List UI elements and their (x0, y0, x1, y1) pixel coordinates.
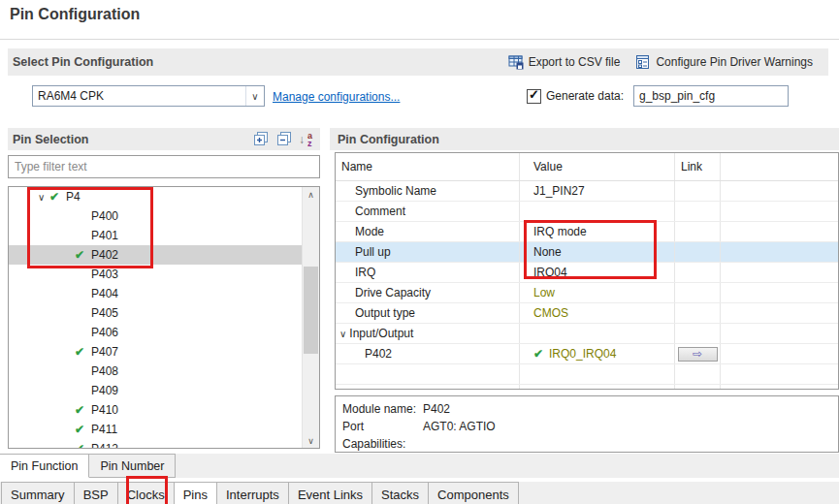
table-row[interactable]: Symbolic Name J1_PIN27 (336, 181, 838, 202)
pin-selection-bar: Pin Selection (8, 128, 320, 150)
tab-summary[interactable]: Summary (1, 482, 75, 504)
generate-data-label: Generate data: (546, 89, 624, 103)
configure-pin-driver-warnings-label: Configure Pin Driver Warnings (656, 55, 813, 69)
tree-item-p408[interactable]: P408 (9, 362, 320, 381)
page-title: Pin Configuration (10, 6, 140, 23)
tree-item-p406[interactable]: P406 (9, 323, 320, 342)
pin-properties-table: Name Value Link Symbolic Name J1_PIN27 C… (335, 152, 839, 390)
pin-configuration-selected-value: RA6M4 CPK (33, 89, 245, 103)
configure-pin-driver-warnings-button[interactable]: Configure Pin Driver Warnings (635, 54, 813, 70)
tree-item-p411[interactable]: P411 (9, 420, 320, 439)
port-capabilities-label: Port Capabilities: (342, 418, 423, 453)
collapse-all-button[interactable] (275, 131, 293, 147)
check-icon (75, 442, 87, 449)
scrollbar-thumb[interactable] (304, 267, 318, 354)
tab-stacks[interactable]: Stacks (371, 482, 429, 504)
tab-pin-function[interactable]: Pin Function (0, 454, 89, 478)
table-header: Name Value Link (336, 153, 838, 181)
check-icon (75, 403, 87, 417)
tab-event-links[interactable]: Event Links (288, 482, 372, 504)
select-pin-configuration-bar: Select Pin Configuration Export to CSV f… (8, 48, 828, 76)
port-capability-value: AGT0: AGTIO (423, 418, 496, 453)
chevron-down-icon[interactable] (38, 192, 49, 203)
scroll-up-icon[interactable] (303, 187, 319, 202)
module-name-label: Module name: (342, 400, 423, 418)
generate-data-group: Generate data: (527, 85, 631, 107)
table-row[interactable]: Drive Capacity Low (336, 283, 838, 303)
table-row-selected[interactable]: Pull up None (336, 242, 838, 263)
column-header-name: Name (336, 153, 520, 180)
link-arrow-button[interactable] (678, 347, 718, 362)
check-icon (75, 248, 87, 262)
tree-item-p410[interactable]: P410 (9, 400, 320, 420)
module-info-panel: Module name: P402 Port Capabilities: AGT… (335, 395, 839, 453)
table-row[interactable]: IRQ IRQ04 (336, 263, 838, 283)
check-icon (533, 347, 546, 361)
tree-item-p4[interactable]: P4 (9, 187, 303, 206)
tab-bsp[interactable]: BSP (74, 482, 118, 504)
tab-pin-number[interactable]: Pin Number (88, 454, 176, 478)
table-row-group[interactable]: Input/Output (336, 324, 838, 344)
chevron-down-icon[interactable] (339, 329, 346, 339)
generate-data-input[interactable] (633, 85, 789, 107)
column-header-value: Value (520, 153, 675, 180)
export-to-csv-label: Export to CSV file (529, 55, 621, 69)
view-tab-bar: Pin Function Pin Number (0, 454, 839, 478)
collapse-all-icon (276, 132, 292, 146)
editor-tab-bar: Summary BSP Clocks Pins Interrupts Event… (2, 482, 839, 504)
sort-az-icon[interactable] (299, 132, 316, 147)
generate-data-checkbox[interactable] (527, 89, 541, 104)
table-row-empty (336, 385, 838, 390)
table-row[interactable]: Output type CMOS (336, 303, 838, 324)
tab-interrupts[interactable]: Interrupts (216, 482, 289, 504)
settings-form-icon (635, 54, 651, 70)
tree-item-p403[interactable]: P403 (9, 265, 320, 284)
tree-item-p407[interactable]: P407 (9, 342, 320, 362)
pin-configuration-select[interactable]: RA6M4 CPK (32, 85, 265, 107)
export-to-csv-button[interactable]: Export to CSV file (508, 54, 621, 70)
divider (0, 39, 839, 40)
tree-item-p402[interactable]: P402 (9, 245, 320, 265)
tree-item-p412[interactable]: P412 (9, 439, 320, 449)
scroll-down-icon[interactable] (303, 433, 319, 448)
tree-item-p409[interactable]: P409 (9, 381, 320, 400)
tab-pins[interactable]: Pins (174, 482, 217, 504)
tree-item-p401[interactable]: P401 (9, 226, 320, 245)
pin-configuration-panel-bar: Pin Configuration (330, 128, 839, 150)
module-name-value: P402 (423, 400, 450, 418)
tab-clocks[interactable]: Clocks (117, 482, 175, 504)
csv-table-save-icon (508, 54, 524, 70)
pin-configuration-panel-title: Pin Configuration (338, 133, 439, 146)
table-row[interactable]: P402 IRQ0_IRQ04 (336, 344, 838, 364)
pin-tree: P4 P400 P401 P402 P403 P404 P405 P406 P4… (8, 186, 320, 449)
check-icon (75, 345, 87, 359)
table-row[interactable]: Mode IRQ mode (336, 222, 838, 242)
select-pin-configuration-title: Select Pin Configuration (13, 55, 153, 69)
tree-scrollbar[interactable] (302, 187, 319, 448)
tab-components[interactable]: Components (428, 482, 519, 504)
pin-selection-title: Pin Selection (13, 133, 89, 146)
table-row[interactable]: Comment (336, 202, 838, 222)
expand-all-icon (253, 132, 269, 146)
chevron-down-icon (245, 86, 264, 106)
check-icon (75, 423, 87, 436)
tree-item-p405[interactable]: P405 (9, 303, 320, 323)
pin-configuration-window: Pin Configuration Select Pin Configurati… (0, 0, 839, 504)
check-icon (49, 190, 62, 204)
expand-all-button[interactable] (252, 131, 270, 147)
column-header-link: Link (675, 153, 721, 180)
tree-item-p404[interactable]: P404 (9, 284, 320, 303)
pin-filter-input[interactable] (8, 155, 320, 178)
tree-item-p400[interactable]: P400 (9, 206, 320, 226)
manage-configurations-link[interactable]: Manage configurations... (273, 90, 400, 104)
table-row-empty (336, 364, 838, 385)
